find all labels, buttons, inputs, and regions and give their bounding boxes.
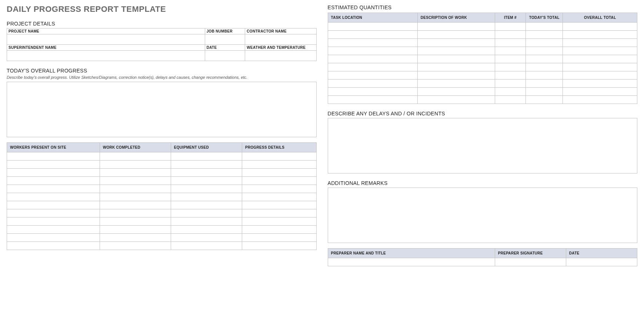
label-job-number: JOB NUMBER bbox=[205, 28, 245, 34]
header-workers-present: WORKERS PRESENT ON SITE bbox=[7, 143, 100, 152]
label-superintendent-name: SUPERINTENDENT NAME bbox=[7, 45, 205, 51]
overall-progress-heading: TODAY'S OVERALL PROGRESS bbox=[7, 68, 317, 74]
overall-progress-hint: Describe today's overall progress. Utili… bbox=[7, 75, 317, 80]
header-equipment-used: EQUIPMENT USED bbox=[171, 143, 242, 152]
input-weather[interactable] bbox=[245, 51, 316, 61]
label-date: DATE bbox=[205, 45, 245, 51]
quantities-table: TASK LOCATION DESCRIPTION OF WORK ITEM #… bbox=[328, 13, 638, 104]
right-column: ESTIMATED QUANTITIES TASK LOCATION DESCR… bbox=[328, 4, 638, 266]
table-row[interactable] bbox=[328, 31, 637, 39]
table-row[interactable] bbox=[7, 152, 317, 161]
input-contractor-name[interactable] bbox=[245, 34, 316, 45]
table-row[interactable] bbox=[7, 193, 317, 201]
table-row[interactable] bbox=[7, 226, 317, 234]
input-date[interactable] bbox=[205, 51, 245, 61]
table-row[interactable] bbox=[328, 96, 637, 104]
table-row[interactable] bbox=[328, 47, 637, 55]
input-preparer-name[interactable] bbox=[328, 258, 495, 266]
table-row[interactable] bbox=[7, 169, 317, 177]
left-column: DAILY PROGRESS REPORT TEMPLATE PROJECT D… bbox=[7, 4, 317, 266]
label-weather: WEATHER AND TEMPERATURE bbox=[245, 45, 316, 51]
table-row[interactable] bbox=[328, 88, 637, 96]
input-superintendent-name[interactable] bbox=[7, 51, 205, 61]
table-row[interactable] bbox=[7, 177, 317, 185]
table-row[interactable] bbox=[328, 23, 637, 31]
header-task-location: TASK LOCATION bbox=[328, 13, 417, 23]
document-title: DAILY PROGRESS REPORT TEMPLATE bbox=[7, 4, 317, 14]
signature-table: PREPARER NAME AND TITLE PREPARER SIGNATU… bbox=[328, 248, 638, 266]
table-row[interactable] bbox=[7, 217, 317, 226]
project-details-table: PROJECT NAME JOB NUMBER CONTRACTOR NAME … bbox=[7, 28, 317, 61]
delays-textarea[interactable] bbox=[328, 118, 638, 173]
table-row[interactable] bbox=[328, 63, 637, 71]
overall-progress-textarea[interactable] bbox=[7, 82, 317, 137]
table-row[interactable] bbox=[7, 161, 317, 169]
input-project-name[interactable] bbox=[7, 34, 205, 45]
header-progress-details: PROGRESS DETAILS bbox=[242, 143, 316, 152]
label-project-name: PROJECT NAME bbox=[7, 28, 205, 34]
label-contractor-name: CONTRACTOR NAME bbox=[245, 28, 316, 34]
remarks-heading: ADDITIONAL REMARKS bbox=[328, 180, 638, 186]
table-row[interactable] bbox=[328, 55, 637, 63]
remarks-textarea[interactable] bbox=[328, 188, 638, 243]
header-item-number: ITEM # bbox=[495, 13, 526, 23]
project-details-heading: PROJECT DETAILS bbox=[7, 21, 317, 27]
header-overall-total: OVERALL TOTAL bbox=[563, 13, 637, 23]
quantities-heading: ESTIMATED QUANTITIES bbox=[328, 4, 638, 10]
table-row[interactable] bbox=[7, 209, 317, 217]
delays-heading: DESCRIBE ANY DELAYS AND / OR INCIDENTS bbox=[328, 111, 638, 117]
header-description-work: DESCRIPTION OF WORK bbox=[417, 13, 495, 23]
table-row[interactable] bbox=[328, 71, 637, 80]
table-row[interactable] bbox=[7, 201, 317, 209]
header-sig-date: DATE bbox=[566, 249, 637, 258]
header-todays-total: TODAY'S TOTAL bbox=[526, 13, 563, 23]
header-preparer-name: PREPARER NAME AND TITLE bbox=[328, 249, 495, 258]
workers-table: WORKERS PRESENT ON SITE WORK COMPLETED E… bbox=[7, 142, 317, 250]
header-preparer-signature: PREPARER SIGNATURE bbox=[495, 249, 566, 258]
table-row[interactable] bbox=[7, 242, 317, 250]
table-row[interactable] bbox=[328, 80, 637, 88]
table-row[interactable] bbox=[7, 185, 317, 193]
input-preparer-signature[interactable] bbox=[495, 258, 566, 266]
table-row[interactable] bbox=[7, 234, 317, 242]
header-work-completed: WORK COMPLETED bbox=[100, 143, 171, 152]
input-job-number[interactable] bbox=[205, 34, 245, 45]
input-sig-date[interactable] bbox=[566, 258, 637, 266]
table-row[interactable] bbox=[328, 39, 637, 47]
